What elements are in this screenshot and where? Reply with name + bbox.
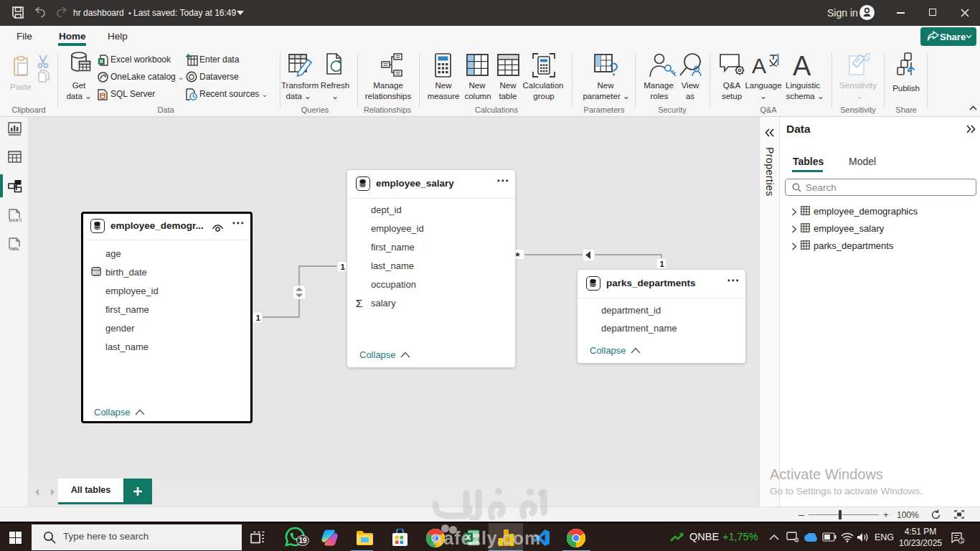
svg-text:1: 1: [660, 260, 665, 268]
svg-text:1: 1: [341, 263, 346, 271]
svg-text:TMDL: TMDL: [9, 247, 20, 251]
svg-text:A: A: [793, 52, 811, 77]
svg-text:1: 1: [961, 538, 963, 543]
svg-text:DAX: DAX: [9, 217, 19, 222]
svg-text:A: A: [752, 54, 766, 77]
svg-text:1: 1: [256, 314, 261, 322]
svg-text:*: *: [516, 250, 520, 262]
